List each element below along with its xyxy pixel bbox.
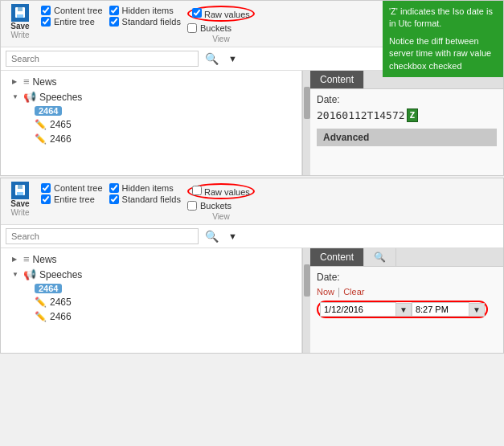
checkbox-ct1-label: Content tree xyxy=(54,6,103,15)
checkbox-sf2[interactable] xyxy=(109,194,119,204)
checkbox-hi2-label: Hidden items xyxy=(122,183,174,193)
checkbox-ct1[interactable] xyxy=(41,6,51,15)
tree-item-speeches-2[interactable]: ▼ 📢 Speeches xyxy=(1,267,301,282)
tree-item-2464-2[interactable]: 2464 xyxy=(1,282,301,295)
svg-rect-4 xyxy=(17,14,23,18)
tree-content-area-1: ▶ ≡ News ▼ 📢 Speeches 2464 ✏️ 2465 xyxy=(1,71,503,175)
checkbox-hidden-items-2: Hidden items xyxy=(109,183,181,193)
badge-2464-1: 2464 xyxy=(35,106,62,116)
speech-icon-2: 📢 xyxy=(23,268,36,280)
arrow-2466-1 xyxy=(23,136,31,143)
arrow-news-2: ▶ xyxy=(12,256,20,263)
date-input-2[interactable] xyxy=(320,302,396,317)
content-body-2: Date: Now | Clear ▼ ▼ xyxy=(310,267,503,323)
checkbox-hi1-label: Hidden items xyxy=(122,6,174,15)
time-input-2[interactable] xyxy=(412,302,469,317)
checkbox-hidden-items-1: Hidden items xyxy=(109,6,181,15)
content-tab-bar-2: Content 🔍 xyxy=(310,248,503,267)
tree-content-area-2: ▶ ≡ News ▼ 📢 Speeches 2464 ✏️ 2465 xyxy=(1,248,503,353)
write-label-2: Write xyxy=(10,208,29,217)
checkbox-buckets-1: Buckets xyxy=(187,23,255,33)
tab-content-2[interactable]: Content xyxy=(310,248,364,266)
clear-link-2[interactable]: Clear xyxy=(343,287,364,297)
tree-pane-2: ▶ ≡ News ▼ 📢 Speeches 2464 ✏️ 2465 xyxy=(1,248,302,353)
checkbox-sf1-label: Standard fields xyxy=(122,17,181,27)
tree-item-2466-2[interactable]: ✏️ 2466 xyxy=(1,309,301,324)
checkbox-et1-label: Entire tree xyxy=(54,17,95,27)
checkbox-hi1[interactable] xyxy=(109,6,119,15)
tree-item-speeches-1[interactable]: ▼ 📢 Speeches xyxy=(1,89,301,104)
arrow-2464-1 xyxy=(23,108,31,115)
now-link-2[interactable]: Now xyxy=(317,287,334,297)
tree-item-news-1[interactable]: ▶ ≡ News xyxy=(1,74,301,89)
news-label-1: News xyxy=(33,76,57,88)
scrollbar-2[interactable] xyxy=(302,248,310,353)
checkbox-bk1[interactable] xyxy=(187,23,197,33)
checkboxes-col2-1: Hidden items Standard fields xyxy=(109,6,181,27)
checkbox-ct2[interactable] xyxy=(41,183,51,193)
tab-search-2[interactable]: 🔍 xyxy=(364,248,396,266)
checkbox-et2[interactable] xyxy=(41,194,51,204)
scrollbar-1[interactable] xyxy=(302,71,310,175)
checkbox-bk2-label: Buckets xyxy=(200,201,232,211)
scrollbar-thumb-1 xyxy=(304,87,310,119)
checkbox-rv1[interactable] xyxy=(192,8,202,18)
checkbox-rv2[interactable] xyxy=(192,186,202,195)
search-input-1[interactable] xyxy=(6,51,199,67)
arrow-2464-2 xyxy=(23,285,31,293)
scrollbar-thumb-2 xyxy=(304,264,310,297)
save-icon-1 xyxy=(11,4,29,22)
tab-content-1[interactable]: Content xyxy=(310,71,364,88)
tooltip-1: 'Z' indicates the Iso date is in Utc for… xyxy=(383,71,503,77)
tree-item-2466-1[interactable]: ✏️ 2466 xyxy=(1,132,301,146)
checkboxes-col1-1: Content tree Entire tree xyxy=(41,6,103,27)
tree-item-news-2[interactable]: ▶ ≡ News xyxy=(1,252,301,267)
dropdown-button-1[interactable]: ▼ xyxy=(225,52,240,65)
save-label-2: Save xyxy=(10,199,29,208)
tree-item-2465-1[interactable]: ✏️ 2465 xyxy=(1,117,301,132)
checkbox-sf1[interactable] xyxy=(109,17,119,27)
speech-icon-1: 📢 xyxy=(23,91,36,103)
dropdown-button-2[interactable]: ▼ xyxy=(225,230,240,243)
checkbox-ct2-label: Content tree xyxy=(54,183,103,193)
checkbox-hi2[interactable] xyxy=(109,183,119,193)
separator-2: | xyxy=(338,286,340,297)
date-field-label-1: Date: xyxy=(317,94,497,105)
z-badge-1: Z xyxy=(407,108,419,122)
checkbox-bk2[interactable] xyxy=(187,201,197,211)
arrow-2465-2 xyxy=(23,299,31,306)
search-button-2[interactable]: 🔍 xyxy=(202,228,222,244)
raw-values-highlight-2: Raw values xyxy=(187,183,255,199)
panel-2: Save Write Content tree Entire tree Hidd… xyxy=(0,178,504,354)
tree-item-2464-1[interactable]: 2464 xyxy=(1,104,301,117)
search-button-1[interactable]: 🔍 xyxy=(202,51,222,67)
checkbox-rv1-label: Raw values xyxy=(204,10,250,19)
save-button-1[interactable]: Save Write xyxy=(6,4,35,39)
svg-rect-2 xyxy=(18,7,23,11)
date-arrow-2[interactable]: ▼ xyxy=(396,303,412,317)
checkbox-content-tree-2: Content tree xyxy=(41,183,103,193)
news-icon-1: ≡ xyxy=(23,76,30,88)
now-clear-row-2: Now | Clear xyxy=(317,286,497,297)
tree-item-2465-2[interactable]: ✏️ 2465 xyxy=(1,295,301,309)
search-input-2[interactable] xyxy=(6,228,199,244)
speeches-label-1: Speeches xyxy=(39,92,82,103)
time-arrow-2[interactable]: ▼ xyxy=(469,303,485,317)
checkbox-et1[interactable] xyxy=(41,17,51,27)
checkbox-buckets-2: Buckets xyxy=(187,201,255,211)
arrow-news-1: ▶ xyxy=(12,78,20,85)
advanced-bar-1[interactable]: Advanced xyxy=(317,129,497,146)
item-2465-label-1: 2465 xyxy=(50,119,72,130)
checkboxes-col2-2: Hidden items Standard fields xyxy=(109,183,181,204)
arrow-2466-2 xyxy=(23,313,31,321)
checkbox-standard-fields-2: Standard fields xyxy=(109,194,181,204)
checkboxes-col3-2: Raw values Buckets View xyxy=(187,182,255,221)
checkboxes-raw-buckets-2: Raw values Buckets xyxy=(187,183,255,211)
news-label-2: News xyxy=(33,254,57,265)
checkbox-raw-values-2: Raw values xyxy=(187,183,255,199)
item-2466-label-2: 2466 xyxy=(50,311,72,322)
date-time-highlight-2: ▼ ▼ xyxy=(317,301,488,318)
item-2466-icon-2: ✏️ xyxy=(35,311,47,322)
save-button-2[interactable]: Save Write xyxy=(6,182,35,217)
item-2465-label-2: 2465 xyxy=(50,297,72,308)
